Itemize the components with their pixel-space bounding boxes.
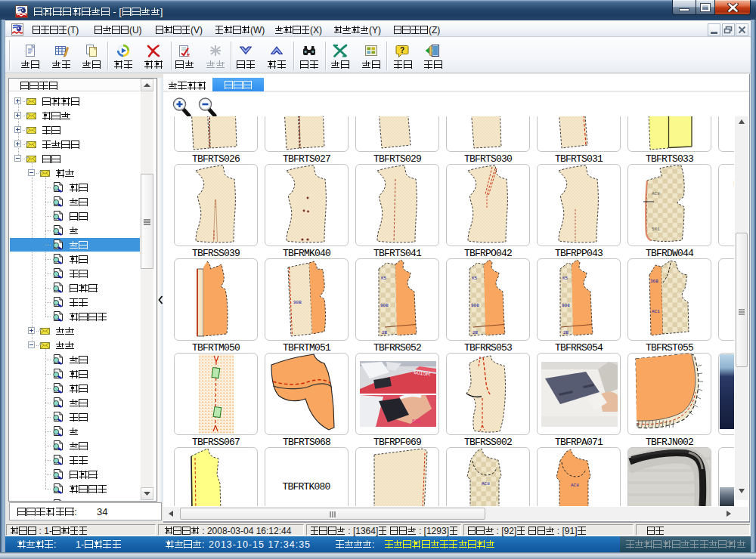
- svg-text:?: ?: [400, 46, 404, 54]
- svg-text:601: 601: [412, 418, 421, 424]
- svg-text:K5: K5: [562, 276, 569, 281]
- svg-text:2B: 2B: [563, 330, 569, 335]
- svg-text:AC8: AC8: [571, 483, 579, 488]
- svg-text:2B: 2B: [472, 330, 479, 335]
- svg-text:90B: 90B: [293, 300, 302, 305]
- svg-text:AC8: AC8: [652, 191, 660, 196]
- svg-text:|: |: [733, 179, 735, 186]
- svg-text:5X1: 5X1: [652, 227, 660, 232]
- svg-text:AC1: AC1: [652, 309, 660, 314]
- svg-text:36B: 36B: [650, 279, 658, 284]
- svg-text:90B: 90B: [562, 303, 570, 308]
- svg-text:2B: 2B: [382, 330, 388, 335]
- svg-text:AC8: AC8: [482, 481, 490, 486]
- svg-text:90B: 90B: [380, 303, 389, 308]
- svg-text:K5: K5: [472, 276, 478, 281]
- svg-text:90B: 90B: [471, 303, 479, 308]
- svg-text:K5: K5: [381, 276, 387, 281]
